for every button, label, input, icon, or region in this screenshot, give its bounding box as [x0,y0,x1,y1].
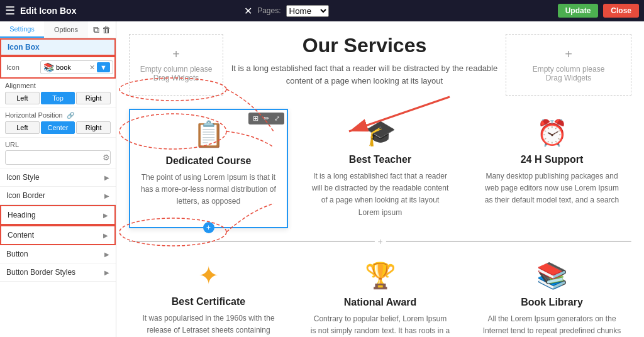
collapsible-icon-style[interactable]: Icon Style ▶ [0,168,116,187]
services-section: Our Services It is a long established fa… [230,34,499,99]
services-grid-top: ⊞ ✏ ⤢ 📋 Dedicated Course The point of us… [129,109,631,228]
hamburger-icon[interactable]: ☰ [5,4,15,18]
add-row-btn[interactable]: + [374,236,386,246]
certificate-title: Best Certificate [138,296,279,307]
collapsible-icon-border[interactable]: Icon Border ▶ [0,187,116,205]
url-input-wrap: ⚙ [5,150,111,165]
selected-card-desc: The point of using Lorem Ipsum is that i… [140,172,277,208]
chevron-icon: ▶ [104,269,109,276]
section-header-iconbox: Icon Box [0,38,116,56]
icon-field-input[interactable]: 📚 ✕ ▼ [40,60,113,74]
top-bar: ☰ Edit Icon Box ✕ Pages: Home About Cont… [0,0,644,21]
teacher-desc: It is a long established fact that a rea… [310,170,450,219]
certificate-desc: It was popularised in the 1960s with the… [138,312,279,337]
pages-bar: Pages: Home About Contact [257,5,328,17]
chevron-icon: ▶ [104,251,109,258]
collapsible-heading[interactable]: Heading ▶ [0,205,116,225]
card-toolbar: ⊞ ✏ ⤢ [248,113,284,124]
horizontal-position-row: Horizontal Position 🔗 Left Center Right [0,108,116,138]
section-divider: + [129,241,631,242]
icon-field-row: Icon 📚 ✕ ▼ [0,56,116,79]
icon-book-preview: 📚 [43,62,54,72]
align-right-btn[interactable]: Right [76,92,111,104]
pages-label: Pages: [257,6,280,15]
chevron-icon: ▶ [104,192,109,199]
icon-field-label: Icon [6,64,38,71]
service-card-library[interactable]: 📚 Book Library All the Lorem Ipsum gener… [472,251,631,337]
collapsible-button[interactable]: Button ▶ [0,245,116,263]
link-icon: 🔗 [67,112,74,119]
main-wrapper: + Empty column please Drag Widgets Our S… [116,21,644,337]
url-input[interactable] [6,152,99,163]
trash-icon[interactable]: 🗑 [102,25,111,35]
clear-icon-btn[interactable]: ✕ [89,64,95,72]
left-panel: Settings Options ⧉ 🗑 Icon Box Icon 📚 ✕ ▼ [0,21,116,337]
horiz-left-btn[interactable]: Left [5,121,40,134]
copy-icon[interactable]: ⧉ [93,25,99,35]
alignment-btn-group: Left Top Right [5,92,111,104]
chevron-icon: ▶ [103,212,108,219]
service-card-award[interactable]: 🏆 National Award Contrary to popular bel… [301,251,460,337]
empty-column-left: + Empty column please Drag Widgets [129,34,223,96]
alignment-label: Alignment [5,82,111,89]
chevron-icon: ▶ [104,174,109,181]
award-desc: Contrary to popular belief, Lorem Ipsum … [310,313,450,337]
award-icon: 🏆 [310,261,450,290]
tab-settings[interactable]: Settings [0,21,44,38]
card-add-btn[interactable]: + [203,222,214,233]
main-canvas: + Empty column please Drag Widgets Our S… [116,21,644,337]
url-settings-btn[interactable]: ⚙ [99,151,114,164]
icon-text-input[interactable] [56,64,87,71]
chevron-icon: ▶ [103,232,108,239]
card-grid-btn[interactable]: ⊞ [251,114,260,123]
page-canvas: + Empty column please Drag Widgets Our S… [116,21,644,337]
horiz-right-btn[interactable]: Right [76,121,111,134]
library-title: Book Library [482,297,622,308]
align-left-btn[interactable]: Left [5,92,40,104]
services-subtitle: It is a long established fact that a rea… [230,62,499,87]
alignment-row: Alignment Left Top Right [0,79,116,108]
teacher-icon: 🎓 [310,118,450,148]
award-title: National Award [310,297,450,308]
pages-select[interactable]: Home About Contact [286,5,329,17]
empty-column-right: + Empty column please Drag Widgets [506,34,631,96]
service-card-certificate[interactable]: ✦ Best Certificate It was popularised in… [129,251,288,337]
support-icon: ⏰ [482,118,622,148]
close-panel-icon[interactable]: ✕ [244,5,252,17]
update-button[interactable]: Update [558,4,599,18]
collapsible-content[interactable]: Content ▶ [0,225,116,245]
main-layout: Settings Options ⧉ 🗑 Icon Box Icon 📚 ✕ ▼ [0,21,644,337]
url-row: URL ⚙ [0,138,116,168]
align-top-btn[interactable]: Top [41,92,75,104]
top-row: + Empty column please Drag Widgets Our S… [129,34,631,99]
horizontal-btn-group: Left Center Right [5,121,111,134]
icon-dropdown-btn[interactable]: ▼ [97,62,110,72]
panel-tabs: Settings Options ⧉ 🗑 [0,21,116,38]
url-label: URL [5,141,111,148]
certificate-icon: ✦ [138,261,279,290]
collapsible-button-border[interactable]: Button Border Styles ▶ [0,263,116,282]
service-card-teacher[interactable]: 🎓 Best Teacher It is a long established … [301,109,460,228]
panel-title: Edit Icon Box [20,6,239,16]
horizontal-position-label: Horizontal Position 🔗 [5,111,111,119]
close-button[interactable]: Close [603,4,639,18]
horiz-center-btn[interactable]: Center [41,121,75,134]
services-grid-bottom: ✦ Best Certificate It was popularised in… [129,251,631,337]
card-expand-btn[interactable]: ⤢ [272,114,282,123]
services-title: Our Services [230,34,499,57]
support-desc: Many desktop publishing packages and web… [482,170,622,207]
selected-card-title: Dedicated Course [140,155,277,167]
library-desc: All the Lorem Ipsum generators on the In… [482,313,622,337]
library-icon: 📚 [482,261,622,290]
support-title: 24 H Support [482,154,622,165]
card-edit-btn[interactable]: ✏ [262,114,271,123]
teacher-title: Best Teacher [310,154,450,165]
tab-options[interactable]: Options [44,21,88,38]
selected-service-card[interactable]: ⊞ ✏ ⤢ 📋 Dedicated Course The point of us… [129,109,288,228]
service-card-support[interactable]: ⏰ 24 H Support Many desktop publishing p… [472,109,631,228]
